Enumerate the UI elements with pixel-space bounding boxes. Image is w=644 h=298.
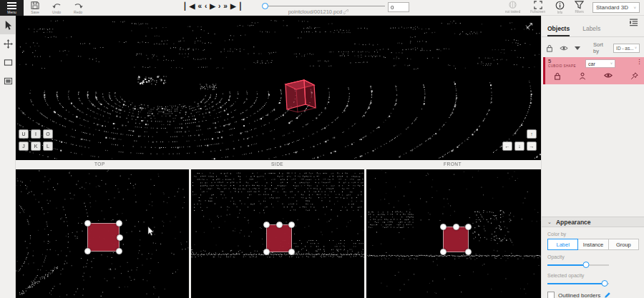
resize-handle[interactable] [84, 220, 91, 227]
resize-handle[interactable] [116, 220, 122, 227]
side-view-label: SIDE [271, 162, 283, 167]
key-i[interactable]: I [31, 129, 41, 139]
selected-cuboid-front[interactable] [443, 227, 469, 252]
redo-button[interactable]: Redo [69, 1, 87, 14]
seek-track[interactable] [265, 6, 385, 6]
resize-handle[interactable] [288, 222, 295, 228]
object-menu-button[interactable]: ⋮ [636, 59, 643, 65]
key-u[interactable]: U [19, 129, 29, 139]
top-view-label: TOP [94, 162, 105, 167]
expand-all-chevron-icon[interactable] [575, 46, 580, 50]
info-button[interactable]: Info [555, 1, 565, 14]
edit-pencil-icon[interactable] [604, 292, 611, 298]
visibility-all-icon[interactable] [560, 45, 568, 51]
appearance-header[interactable]: ⌄ Appearance [542, 217, 644, 227]
resize-handle[interactable] [288, 249, 295, 255]
main-3d-viewport[interactable]: U I O J K L ↑ ← ↓ → [16, 16, 541, 160]
rotate-handle[interactable] [117, 234, 123, 241]
resize-handle[interactable] [84, 248, 91, 254]
move-icon [4, 39, 13, 49]
fullscreen-button[interactable]: Fullscreen [530, 1, 545, 14]
view-mode-select[interactable]: Standard 3D ˅ [592, 2, 640, 13]
seek-knob[interactable] [262, 3, 268, 9]
arrow-down-key[interactable]: ↓ [514, 141, 525, 151]
object-shape-label: CUBOID SHAPE [548, 64, 576, 68]
select-tool-button[interactable] [0, 16, 16, 34]
resize-handle[interactable] [465, 224, 472, 230]
arrow-right-key[interactable]: → [527, 141, 537, 151]
skip-to-end-button[interactable]: ▶▕ [230, 1, 240, 11]
key-l[interactable]: L [43, 141, 53, 151]
assign-user-icon[interactable] [579, 72, 586, 80]
step-back-button[interactable]: ‹ [204, 1, 207, 11]
opacity-label: Opacity [547, 254, 638, 259]
cuboid-icon [4, 59, 13, 66]
play-button[interactable]: ▶ [209, 1, 215, 11]
pin-object-icon[interactable] [630, 72, 638, 80]
side-viewport[interactable] [191, 169, 364, 298]
resize-handle[interactable] [440, 249, 447, 255]
opacity-slider-knob[interactable] [583, 262, 590, 268]
cuboid-tool-button[interactable] [0, 53, 16, 71]
lock-all-icon[interactable] [546, 44, 553, 52]
right-panel: Objects Labels Sort by ID - as... ˅ 5 CU… [541, 16, 644, 298]
fast-forward-button[interactable]: » [223, 1, 228, 11]
undo-button[interactable]: Undo [47, 1, 66, 14]
filters-button[interactable]: Filters [575, 1, 584, 14]
color-by-label: Color by [547, 232, 638, 237]
object-class-select[interactable]: car ˅ [585, 59, 615, 68]
resize-handle[interactable] [116, 248, 122, 254]
selected-opacity-slider[interactable] [547, 280, 609, 287]
color-by-label-button[interactable]: Label [547, 239, 578, 250]
sort-select[interactable]: ID - as... ˅ [613, 44, 640, 53]
key-j[interactable]: J [19, 141, 29, 151]
color-by-group-button[interactable]: Group [609, 239, 639, 250]
key-k[interactable]: K [31, 141, 41, 151]
resize-handle[interactable] [263, 249, 270, 255]
tab-objects[interactable]: Objects [547, 25, 570, 36]
top-viewport[interactable] [16, 169, 189, 298]
objects-toolbar: Sort by ID - as... ˅ [542, 41, 644, 54]
resize-handle[interactable] [263, 222, 270, 228]
selected-cuboid-side[interactable] [266, 224, 292, 252]
menu-button[interactable]: Menu [0, 0, 24, 16]
appearance-title: Appearance [556, 219, 591, 226]
color-by-button-group: Label Instance Group [547, 239, 639, 250]
redo-icon [74, 1, 83, 9]
fast-rewind-button[interactable]: « [197, 1, 202, 11]
step-forward-button[interactable]: › [218, 1, 220, 11]
rotate-handle[interactable] [453, 224, 459, 230]
selected-cuboid-top[interactable] [87, 223, 119, 252]
opacity-slider[interactable] [547, 262, 609, 269]
save-button[interactable]: Save [26, 1, 44, 14]
filename-label: pointcloud/001210.pcd [272, 9, 365, 15]
skip-to-start-button[interactable]: ▏◀ [184, 1, 195, 11]
arrow-left-key[interactable]: ← [502, 141, 512, 151]
toolbar-right-tools: not trained Fullscreen Info Filters [505, 1, 584, 14]
key-o[interactable]: O [43, 129, 53, 139]
outlined-borders-checkbox[interactable] [547, 292, 555, 298]
color-by-instance-button[interactable]: Instance [578, 239, 608, 250]
expand-view-icon[interactable] [525, 21, 534, 30]
undo-label: Undo [52, 10, 61, 14]
resize-handle[interactable] [465, 249, 472, 255]
move-tool-button[interactable] [0, 34, 16, 53]
rotate-handle[interactable] [276, 222, 283, 228]
arrow-keys-bottom: ← ↓ → [502, 141, 537, 151]
save-icon [31, 1, 39, 9]
save-label: Save [31, 10, 39, 14]
redo-label: Redo [74, 10, 82, 14]
selected-opacity-slider-knob[interactable] [601, 280, 608, 287]
visibility-object-icon[interactable] [604, 72, 613, 80]
arrow-up-key[interactable]: ↑ [527, 129, 537, 139]
frame-number-input[interactable] [388, 2, 409, 12]
tab-labels[interactable]: Labels [582, 25, 600, 36]
chevron-down-icon: ˅ [610, 61, 613, 66]
resize-handle[interactable] [440, 224, 447, 230]
front-viewport[interactable] [366, 169, 541, 298]
image-view-tool-button[interactable] [0, 71, 16, 90]
lock-object-icon[interactable] [554, 72, 561, 80]
object-card-5[interactable]: 5 CUBOID SHAPE car ˅ ⋮ [543, 57, 644, 84]
pointcloud-3d-canvas[interactable] [16, 16, 541, 160]
fullscreen-icon [534, 1, 542, 9]
